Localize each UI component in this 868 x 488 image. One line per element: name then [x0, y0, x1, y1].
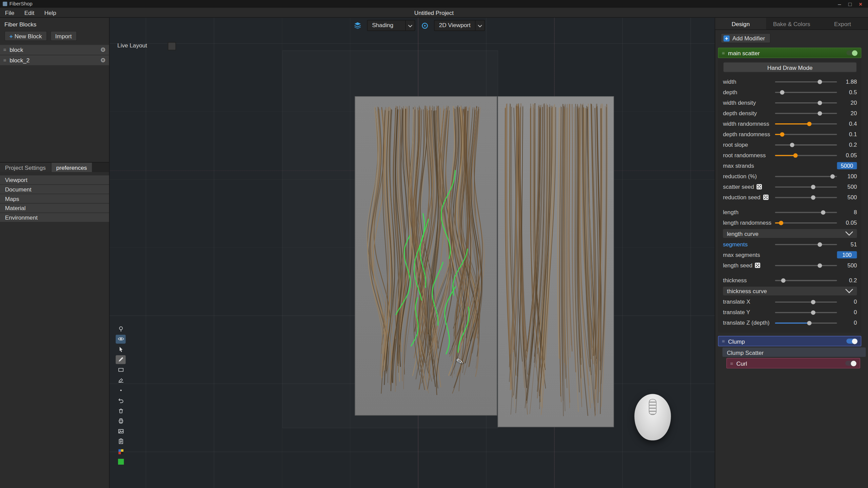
param-value[interactable]: 0.4: [835, 121, 857, 127]
tab-export[interactable]: Export: [817, 18, 868, 29]
slider[interactable]: [775, 275, 837, 285]
settings-item-document[interactable]: Document: [0, 185, 109, 194]
slider-knob[interactable]: [781, 278, 785, 282]
slider-knob[interactable]: [793, 153, 798, 157]
slider-knob[interactable]: [779, 221, 783, 225]
tool-printer[interactable]: [116, 416, 125, 425]
param-value[interactable]: 500: [835, 184, 857, 190]
tab-project-settings[interactable]: Project Settings: [0, 163, 51, 172]
slider[interactable]: [775, 297, 837, 307]
settings-item-maps[interactable]: Maps: [0, 194, 109, 203]
fiber-canvas-right[interactable]: [498, 96, 614, 427]
slider[interactable]: [775, 118, 837, 129]
slider[interactable]: [775, 207, 837, 218]
tab-preferences[interactable]: preferences: [51, 163, 92, 172]
chevron-down-icon[interactable]: [405, 20, 415, 30]
param-value[interactable]: 8: [835, 209, 857, 215]
slider[interactable]: [775, 171, 837, 181]
param-value[interactable]: 20: [835, 110, 857, 116]
slider-knob[interactable]: [817, 79, 822, 84]
modifier-toggle[interactable]: [846, 339, 857, 344]
chevron-down-icon[interactable]: [475, 20, 485, 30]
slider[interactable]: [775, 218, 837, 228]
tool-swatch-multi[interactable]: [116, 447, 125, 456]
settings-item-viewport[interactable]: Viewport: [0, 176, 109, 184]
slider[interactable]: [775, 239, 837, 249]
close-button[interactable]: ×: [856, 0, 865, 7]
dice-icon[interactable]: [763, 194, 769, 200]
minimize-button[interactable]: –: [835, 0, 844, 7]
modifier-header-clump[interactable]: ≡ Clump: [718, 336, 862, 346]
tool-image[interactable]: [116, 427, 125, 435]
slider-knob[interactable]: [807, 321, 811, 325]
modifier-clump-scatter[interactable]: Clump Scatter: [723, 347, 866, 357]
param-value[interactable]: 0.05: [835, 152, 857, 158]
viewport-mode-select[interactable]: 2D Viewport: [434, 20, 485, 31]
block-row[interactable]: ≡block_2⚙: [0, 55, 109, 66]
slider[interactable]: [775, 139, 837, 150]
dice-icon[interactable]: [755, 262, 761, 268]
tool-eye[interactable]: [116, 334, 125, 343]
dice-icon[interactable]: [756, 184, 762, 190]
drag-handle-icon[interactable]: ≡: [3, 58, 6, 63]
param-field[interactable]: 5000: [837, 162, 857, 169]
slider[interactable]: [775, 307, 837, 318]
tool-undo[interactable]: [116, 396, 125, 405]
param-value[interactable]: 100: [835, 173, 857, 179]
drag-handle-icon[interactable]: ≡: [3, 47, 6, 53]
drag-handle-icon[interactable]: ≡: [730, 361, 733, 366]
slider[interactable]: [775, 150, 837, 160]
param-value[interactable]: 0.1: [835, 131, 857, 137]
param-value[interactable]: 0.05: [835, 220, 857, 226]
slider-knob[interactable]: [780, 132, 785, 136]
slider-knob[interactable]: [811, 310, 816, 314]
hand-draw-mode-button[interactable]: Hand Draw Mode: [723, 62, 857, 73]
param-value[interactable]: 0: [835, 299, 857, 305]
settings-item-material[interactable]: Material: [0, 204, 109, 212]
slider-knob[interactable]: [780, 90, 785, 94]
param-value[interactable]: 500: [835, 262, 857, 268]
slider[interactable]: [775, 182, 837, 192]
tool-rect[interactable]: [116, 365, 125, 374]
tool-pin[interactable]: [116, 324, 125, 333]
tab-design[interactable]: Design: [715, 18, 766, 29]
live-layout-checkbox[interactable]: [168, 42, 176, 50]
import-button[interactable]: Import: [50, 31, 77, 41]
tool-dot[interactable]: [116, 386, 125, 394]
slider-knob[interactable]: [817, 242, 822, 246]
slider-knob[interactable]: [807, 121, 811, 126]
slider-knob[interactable]: [821, 210, 826, 215]
param-value[interactable]: 1.88: [835, 79, 857, 85]
param-value[interactable]: 0.2: [835, 277, 857, 283]
length-curve-dropdown[interactable]: length curve: [723, 229, 857, 238]
tool-clipboard[interactable]: [116, 437, 125, 446]
param-value[interactable]: 0: [835, 309, 857, 316]
tab-bake-colors[interactable]: Bake & Colors: [766, 18, 817, 29]
slider-knob[interactable]: [830, 174, 835, 178]
add-modifier-button[interactable]: + Add Modifier: [721, 33, 771, 43]
viewport-2d[interactable]: Shading 2D Viewport: [110, 18, 714, 488]
slider-knob[interactable]: [817, 111, 822, 115]
block-row[interactable]: ≡block⚙: [0, 45, 109, 55]
modifier-toggle[interactable]: [846, 50, 857, 56]
slider-knob[interactable]: [811, 184, 816, 189]
slider-knob[interactable]: [817, 100, 822, 105]
menu-edit[interactable]: Edit: [19, 9, 39, 16]
slider[interactable]: [775, 108, 837, 118]
tool-trash[interactable]: [116, 406, 125, 415]
slider[interactable]: [775, 87, 837, 97]
slider[interactable]: [775, 76, 837, 87]
slider-knob[interactable]: [811, 195, 816, 200]
chevron-down-icon[interactable]: [845, 231, 853, 236]
param-value[interactable]: 500: [835, 194, 857, 200]
layers-icon[interactable]: [352, 20, 363, 30]
tool-eraser[interactable]: [116, 375, 125, 384]
slider-knob[interactable]: [811, 300, 816, 304]
slider[interactable]: [775, 129, 837, 139]
maximize-button[interactable]: □: [845, 0, 855, 7]
param-value[interactable]: 20: [835, 100, 857, 106]
param-value[interactable]: 0: [835, 320, 857, 326]
drag-handle-icon[interactable]: ≡: [722, 50, 725, 56]
tool-pencil[interactable]: [116, 355, 125, 364]
gear-icon[interactable]: ⚙: [100, 46, 106, 53]
